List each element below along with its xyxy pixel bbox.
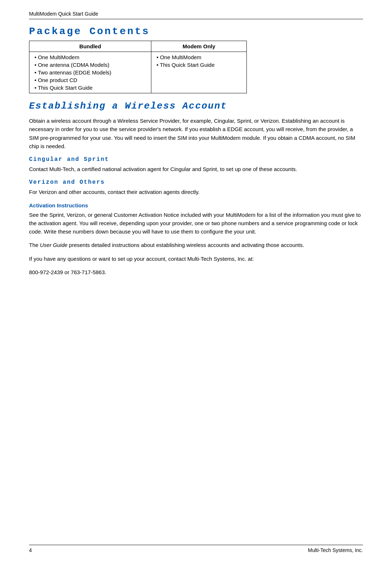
activation-instructions-title: Activation Instructions	[29, 202, 363, 208]
verizon-others-title: Verizon and Others	[29, 179, 363, 186]
footer-company: Multi-Tech Systems, Inc.	[308, 547, 363, 553]
para2-italic: User Guide	[40, 242, 68, 248]
page-container: MultiModem Quick Start Guide Package Con…	[0, 0, 392, 564]
list-item: One MultiModem	[155, 53, 243, 61]
activation-para2: The User Guide presents detailed instruc…	[29, 241, 363, 249]
list-item: One product CD	[33, 76, 147, 84]
col2-header: Modem Only	[151, 41, 247, 52]
activation-para3: If you have any questions or want to set…	[29, 255, 363, 263]
footer-page-number: 4	[29, 547, 32, 553]
package-contents-title: Package Contents	[29, 26, 363, 37]
establishing-intro: Obtain a wireless account through a Wire…	[29, 117, 363, 150]
cingular-sprint-title: Cingular and Sprint	[29, 156, 363, 163]
modem-only-list: One MultiModem This Quick Start Guide	[155, 53, 243, 69]
list-item: One MultiModem	[33, 53, 147, 61]
verizon-others-text: For Verizon and other accounts, contact …	[29, 188, 363, 196]
activation-phone: 800-972-2439 or 763-717-5863.	[29, 268, 363, 276]
col1-header: Bundled	[29, 41, 151, 52]
cingular-sprint-text: Contact Multi-Tech, a certified national…	[29, 165, 363, 173]
para2-suffix: presents detailed instructions about est…	[68, 242, 304, 248]
list-item: This Quick Start Guide	[155, 61, 243, 69]
col1-items: One MultiModem One antenna (CDMA Models)…	[29, 52, 151, 93]
list-item: Two antennas (EDGE Models)	[33, 69, 147, 76]
para2-prefix: The	[29, 242, 40, 248]
package-table: Bundled Modem Only One MultiModem One an…	[29, 41, 247, 93]
header-title: MultiModem Quick Start Guide	[29, 11, 98, 17]
establishing-title: Establishing a Wireless Account	[29, 101, 363, 111]
col2-items: One MultiModem This Quick Start Guide	[151, 52, 247, 93]
list-item: One antenna (CDMA Models)	[33, 61, 147, 69]
list-item: This Quick Start Guide	[33, 84, 147, 92]
bundled-list: One MultiModem One antenna (CDMA Models)…	[33, 53, 147, 92]
activation-text: See the Sprint, Verizon, or general Cust…	[29, 211, 363, 236]
header-bar: MultiModem Quick Start Guide	[29, 11, 363, 19]
footer-bar: 4 Multi-Tech Systems, Inc.	[29, 545, 363, 553]
